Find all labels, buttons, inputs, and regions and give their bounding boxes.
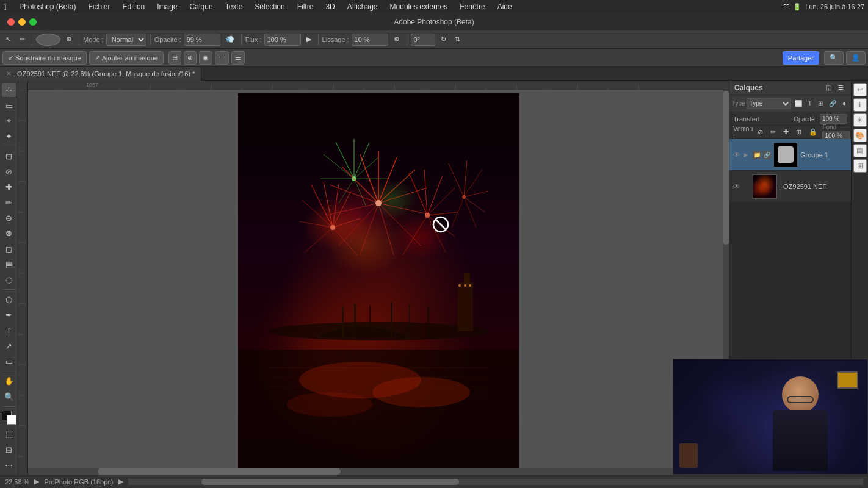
lasso-tool[interactable]: ⌖ [2,114,16,128]
menu-fenetre[interactable]: Fenêtre [457,2,487,11]
svg-rect-94 [391,302,392,337]
brush-tool-side[interactable]: ✏ [2,195,16,209]
vertical-scrollbar-thumb[interactable] [723,91,729,245]
status-scrollbar[interactable] [128,479,864,485]
subtract-mask-button[interactable]: ↙ Soustraire du masque [2,51,87,65]
menu-modules[interactable]: Modules externes [388,2,450,11]
lock-transparent-btn[interactable]: ⊘ [755,126,765,138]
share-button[interactable]: Partager [783,51,819,65]
panel-menu-btn[interactable]: ☰ [836,82,846,94]
opacity-input[interactable] [184,34,220,46]
tool-select[interactable]: ↖ [2,33,14,46]
move-tool[interactable]: ⊹ [2,83,16,97]
swatches-btn[interactable]: 🎨 [853,129,867,142]
panel-expand-btn[interactable]: ◱ [823,82,834,94]
extra-tools-btn[interactable]: ⋯ [2,458,16,472]
layer-visibility-image[interactable]: 👁 [732,182,742,191]
lissage-settings-btn[interactable]: ⚙ [391,33,403,46]
add-mask-button[interactable]: ↗ Ajouter au masque [89,51,164,65]
brush-settings-btn[interactable]: ⚙ [63,33,75,46]
tab-close-x[interactable]: ✕ [6,70,11,77]
history-btn[interactable]: ↩ [853,83,867,96]
properties-btn[interactable]: ℹ [853,98,867,112]
opacity-field[interactable] [820,114,847,124]
flux-input[interactable] [264,34,301,46]
brush-tool[interactable]: ✏ [16,33,28,46]
canvas-area[interactable] [28,90,729,475]
menu-affichage[interactable]: Affichage [345,2,380,11]
eraser-tool[interactable]: ◻ [2,242,16,256]
menu-texte[interactable]: Texte [223,2,245,11]
select-rect-tool[interactable]: ▭ [2,98,16,112]
layer-type-select[interactable]: Type [747,98,791,109]
angle-input[interactable] [411,34,435,46]
apple-menu[interactable]:  [4,2,7,12]
layer-expand-arrow[interactable]: ▶ [744,152,750,158]
layer-image-1[interactable]: 👁 _OZ92591.NEF [729,171,851,203]
rotate-btn[interactable]: ↻ [438,33,449,46]
flux-btn[interactable]: ▶ [303,33,314,46]
horizontal-scrollbar[interactable] [28,468,723,475]
adjustments-btn[interactable]: ☀ [853,113,867,127]
patterns-btn[interactable]: ⊞ [853,159,867,173]
profile-button[interactable]: 👤 [846,51,866,65]
path-select-tool[interactable]: ↗ [2,339,16,353]
history-brush-tool[interactable]: ⊗ [2,226,16,240]
close-button[interactable] [7,18,15,26]
gradient-tool[interactable]: ▤ [2,257,16,271]
brush-size-preview[interactable] [36,34,60,46]
menu-selection[interactable]: Sélection [252,2,287,11]
crop-tool[interactable]: ⊡ [2,149,16,163]
clone-tool[interactable]: ⊕ [2,211,16,225]
dodge-tool[interactable]: ⬡ [2,292,16,306]
filter-shape-btn[interactable]: ⊞ [816,98,825,110]
search-button[interactable]: 🔍 [824,51,844,65]
menu-calque[interactable]: Calque [187,2,215,11]
menu-aide[interactable]: Aide [495,2,515,11]
filter-pixel-btn[interactable]: ⬜ [792,98,805,110]
filter-smart-btn[interactable]: 🔗 [826,98,839,110]
zoom-tool[interactable]: 🔍 [2,389,16,403]
menu-3d[interactable]: 3D [323,2,337,11]
heal-tool[interactable]: ✚ [2,180,16,194]
gradients-btn[interactable]: ▤ [853,144,867,157]
opacity-airbrush-btn[interactable]: 💨 [223,33,237,46]
action-btn-5[interactable]: ⚌ [231,51,245,65]
quick-mask-btn[interactable]: ⬚ [2,427,16,441]
lock-image-btn[interactable]: ✏ [768,126,778,138]
blend-mode-select[interactable]: Normal [106,34,146,46]
menu-photoshop[interactable]: Photoshop (Beta) [16,2,78,11]
pen-tool[interactable]: ✒ [2,308,16,322]
menu-fichier[interactable]: Fichier [86,2,113,11]
menu-filtre[interactable]: Filtre [295,2,316,11]
eyedropper-tool[interactable]: ⊘ [2,165,16,179]
action-btn-3[interactable]: ◉ [199,51,212,65]
type-tool[interactable]: T [2,323,16,337]
layer-visibility-group[interactable]: 👁 [732,151,742,159]
action-btn-4[interactable]: ⋯ [215,51,229,65]
menu-edition[interactable]: Edition [120,2,148,11]
layer-group-1[interactable]: 👁 ▶ 📁 🔗 Groupe 1 [729,139,851,171]
filter-toggle-btn[interactable]: ● [840,98,848,110]
menu-image[interactable]: Image [154,2,179,11]
nav-arrow: ▶ [34,478,39,486]
shape-tool[interactable]: ▭ [2,354,16,368]
active-tab[interactable]: ✕ _OZ92591.NEF @ 22,6% (Groupe 1, Masque… [0,67,201,81]
hand-tool[interactable]: ✋ [2,374,16,388]
status-scrollbar-thumb[interactable] [201,479,459,485]
lock-artboard-btn[interactable]: ⊞ [794,126,804,138]
flip-btn[interactable]: ⇅ [452,33,463,46]
blur-tool[interactable]: ◌ [2,273,16,287]
maximize-button[interactable] [29,18,37,26]
color-selector[interactable] [2,411,16,425]
lock-all-btn[interactable]: 🔒 [806,126,820,138]
lock-position-btn[interactable]: ✚ [781,126,791,138]
lissage-input[interactable] [352,34,388,46]
screen-mode-btn[interactable]: ⊟ [2,442,16,456]
action-btn-2[interactable]: ⊗ [184,51,197,65]
horizontal-scrollbar-thumb[interactable] [98,468,341,475]
action-btn-1[interactable]: ⊞ [168,51,181,65]
filter-adjust-btn[interactable]: T [806,98,814,110]
magic-wand-tool[interactable]: ✦ [2,129,16,143]
minimize-button[interactable] [18,18,26,26]
